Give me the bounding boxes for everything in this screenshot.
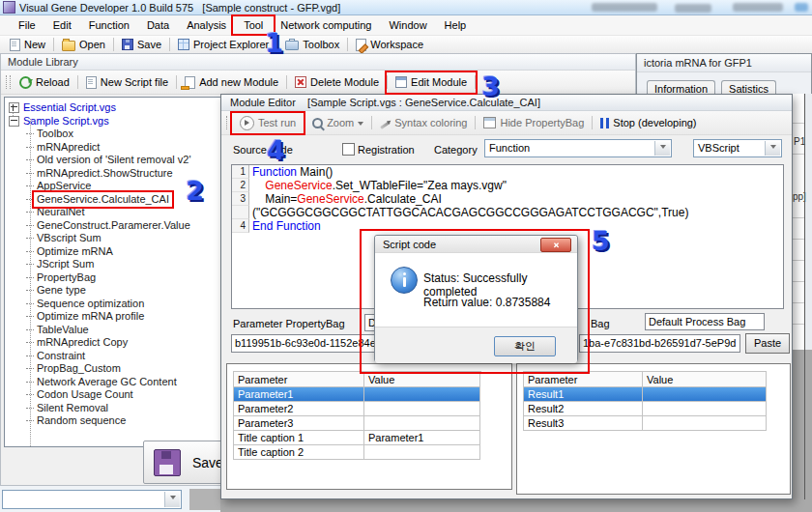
blurred-region bbox=[592, 3, 657, 12]
tree-item-geneconstruct[interactable]: GeneConstruct.Paramerer.Value bbox=[5, 219, 221, 233]
collapse-minus-icon[interactable] bbox=[9, 116, 19, 127]
paste-button[interactable]: Paste bbox=[745, 333, 790, 354]
delete-module-button[interactable]: Delete Module bbox=[289, 74, 385, 91]
ok-button[interactable]: 확인 bbox=[494, 336, 556, 356]
menu-edit[interactable]: Edit bbox=[44, 16, 80, 34]
reload-button[interactable]: Reload bbox=[14, 74, 75, 91]
zoom-label: Zoom bbox=[327, 117, 354, 128]
combo-dropdown-button[interactable] bbox=[654, 141, 670, 156]
dialog-footer: 확인 bbox=[375, 327, 577, 363]
tree-item-optimize-mrna-profile[interactable]: Optimize mRNA profile bbox=[5, 310, 221, 324]
tree-item-toolbox[interactable]: Toolbox bbox=[5, 128, 221, 141]
stop-developing-button[interactable]: Stop (developing) bbox=[594, 115, 702, 131]
tree-item-optimize-mrna[interactable]: Optimize mRNA bbox=[5, 245, 221, 259]
tree-item-sequence-optimization[interactable]: Sequence optimization bbox=[5, 298, 221, 311]
table-row-parameter3[interactable]: Parameter3 bbox=[234, 416, 481, 431]
tree-item-old-version[interactable]: Old version of 'Silent removal v2' bbox=[5, 154, 221, 167]
expand-plus-icon[interactable] bbox=[9, 102, 19, 113]
menu-analysis[interactable]: Analysis bbox=[178, 16, 235, 34]
table-row-result1[interactable]: Result1 bbox=[524, 387, 767, 402]
propertybag-icon bbox=[483, 117, 496, 128]
add-module-label: Add new Module bbox=[199, 76, 278, 88]
tree-item-codon-usage-count[interactable]: Codon Usage Count bbox=[5, 388, 221, 402]
new-script-file-button[interactable]: New Script file bbox=[80, 74, 174, 91]
menu-file[interactable]: File bbox=[10, 16, 44, 34]
menu-data[interactable]: Data bbox=[138, 16, 178, 34]
dialog-return-value-text: Return value: 0.8735884 bbox=[423, 296, 550, 309]
code-line: 4 End Function bbox=[232, 219, 783, 233]
tree-item-vbscript-sum[interactable]: VBscript Sum bbox=[5, 232, 221, 245]
tree-item-mrnapredict[interactable]: mRNApredict bbox=[5, 141, 221, 155]
tree-item-propertybag[interactable]: PropertyBag bbox=[5, 271, 221, 285]
tree-item-appservice[interactable]: AppService bbox=[5, 180, 221, 193]
table-row-result3[interactable]: Result3 bbox=[524, 416, 767, 431]
tree-item-gene-type[interactable]: Gene type bbox=[5, 284, 221, 298]
toolbox-button[interactable]: Toolbox bbox=[279, 37, 345, 53]
menu-window[interactable]: Window bbox=[380, 16, 435, 34]
tree-item-propbag-custom[interactable]: PropBag_Custom bbox=[5, 362, 221, 376]
tree-root-sample-script[interactable]: Sample Script.vgs bbox=[5, 115, 221, 128]
table-row-parameter1[interactable]: Parameter1 bbox=[234, 387, 481, 402]
cell: Result1 bbox=[524, 387, 643, 402]
syntax-coloring-button[interactable]: Syntax coloring bbox=[374, 115, 473, 131]
project-explorer-button[interactable]: Project Explorer bbox=[172, 37, 275, 53]
open-button[interactable]: Open bbox=[56, 37, 111, 53]
menu-function[interactable]: Function bbox=[80, 16, 138, 34]
table-row-title-caption-2[interactable]: Title caption 2 bbox=[234, 445, 481, 460]
tree-item-random-sequence[interactable]: Random sequence bbox=[5, 414, 221, 428]
tree-item-showstructure[interactable]: mRNApredict.ShowStructure bbox=[5, 167, 221, 181]
table-row-title-caption-1[interactable]: Title caption 1 Parameter1 bbox=[234, 431, 481, 445]
tree-label: Network Average GC Content bbox=[37, 376, 177, 389]
tree-item-geneservice-calculate-cai[interactable]: GeneService.Calculate_CAI 2 bbox=[5, 193, 221, 207]
default-process-bag-box[interactable]: Default Process Bag bbox=[645, 313, 765, 330]
combo-dropdown-button[interactable] bbox=[164, 492, 180, 507]
category-select[interactable]: Function bbox=[484, 139, 672, 157]
blurred-region bbox=[733, 3, 783, 12]
menu-tool[interactable]: Tool 1 bbox=[235, 16, 272, 34]
add-new-module-button[interactable]: Add new Module bbox=[179, 74, 284, 91]
workspace-label: Workspace bbox=[370, 39, 423, 50]
tree-item-mrnapredict-copy[interactable]: mRNApredict Copy bbox=[5, 336, 221, 350]
new-button[interactable]: New bbox=[4, 37, 51, 53]
registration-checkbox[interactable] bbox=[342, 143, 355, 156]
table-row-result2[interactable]: Result2 bbox=[524, 402, 767, 416]
combo-dropdown-button[interactable] bbox=[765, 141, 780, 156]
menu-help[interactable]: Help bbox=[436, 16, 476, 34]
tree-label: Gene type bbox=[37, 284, 86, 298]
tree-item-tablevalue[interactable]: TableValue bbox=[5, 324, 221, 337]
stop-developing-label: Stop (developing) bbox=[613, 117, 696, 128]
tree-item-constraint[interactable]: Constraint bbox=[5, 350, 221, 363]
result-guid-field[interactable]: 1ba-e7c831bd-b26591d7-5eP9d bbox=[579, 334, 740, 353]
zoom-button[interactable]: Zoom bbox=[306, 115, 369, 131]
toolbar-grip bbox=[226, 116, 231, 129]
test-run-button[interactable]: Test run 4 bbox=[234, 115, 302, 131]
tree-label: mRNApredict bbox=[37, 141, 100, 155]
table-row-parameter2[interactable]: Parameter2 bbox=[234, 402, 481, 416]
hide-propertybag-label: Hide PropertyBag bbox=[500, 117, 584, 128]
column-header[interactable]: Parameter bbox=[524, 372, 643, 387]
hide-propertybag-button[interactable]: Hide PropertyBag bbox=[478, 115, 590, 131]
workspace-button[interactable]: Workspace bbox=[350, 37, 429, 53]
tree-root-essential-script[interactable]: Essential Script.vgs bbox=[5, 101, 221, 115]
tree-item-silent-removal[interactable]: Silent Removal bbox=[5, 402, 221, 415]
script-code-dialog: Script code Status: Successfully complet… bbox=[374, 235, 578, 362]
save-floppy-icon bbox=[122, 39, 133, 50]
edit-module-button[interactable]: Edit Module 3 bbox=[390, 74, 473, 91]
column-header[interactable]: Value bbox=[364, 372, 480, 387]
separator bbox=[475, 75, 476, 89]
tree-label: PropertyBag bbox=[37, 271, 96, 285]
dialog-close-button[interactable] bbox=[540, 238, 571, 252]
tree-item-neuralnet[interactable]: NeuralNet bbox=[5, 206, 221, 219]
toolbox-icon bbox=[285, 41, 299, 50]
language-select[interactable]: VBScript bbox=[693, 139, 782, 157]
tree-item-jscript-sum[interactable]: JScript Sum bbox=[5, 258, 221, 271]
column-header[interactable]: Value bbox=[643, 372, 767, 387]
bottom-combobox[interactable] bbox=[2, 490, 182, 509]
save-button[interactable]: Save bbox=[116, 37, 167, 53]
column-header[interactable]: Parameter bbox=[234, 372, 364, 387]
code-token: .Set_WTableFile="Zea mays.vgw" bbox=[333, 179, 507, 192]
menu-bar: File Edit Function Data Analysis Tool 1 … bbox=[0, 15, 812, 36]
tree-item-network-average-gc[interactable]: Network Average GC Content bbox=[5, 376, 221, 389]
menu-network-computing[interactable]: Network computing bbox=[272, 16, 380, 34]
separator bbox=[347, 38, 348, 51]
